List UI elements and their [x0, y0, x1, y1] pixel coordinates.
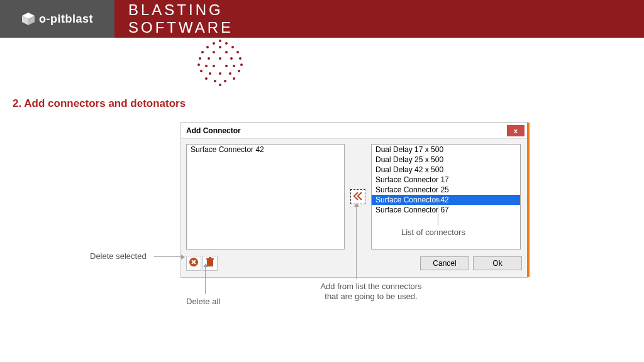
svg-point-4 — [213, 42, 215, 45]
double-chevron-left-icon — [353, 192, 362, 202]
svg-point-16 — [230, 57, 233, 60]
list-item[interactable]: Surface Connector 42 — [187, 145, 344, 155]
annotation-add-from-list-l2: that are going to be used. — [325, 292, 417, 301]
svg-point-9 — [201, 51, 204, 53]
svg-point-25 — [238, 70, 240, 72]
svg-point-12 — [225, 51, 228, 53]
svg-point-5 — [225, 42, 228, 45]
svg-point-24 — [200, 70, 203, 72]
svg-point-17 — [219, 57, 221, 60]
ok-button[interactable]: Ok — [473, 256, 522, 270]
svg-point-15 — [208, 57, 210, 60]
banner-title: BLASTING SOFTWARE — [114, 0, 297, 38]
svg-point-26 — [209, 72, 211, 75]
annotation-add-from-list: Add from list the connectors that are go… — [308, 282, 434, 302]
svg-point-23 — [225, 65, 228, 67]
top-banner: o-pitblast BLASTING SOFTWARE — [0, 0, 644, 38]
arrow-add-from-list — [356, 206, 357, 279]
section-heading: 2. Add connectors and detonators — [13, 97, 644, 110]
list-item[interactable]: Surface Connector 67 — [372, 205, 520, 215]
list-item[interactable]: Dual Delay 17 x 500 — [372, 145, 520, 155]
svg-point-3 — [219, 40, 221, 42]
close-button[interactable]: x — [507, 125, 525, 136]
list-item[interactable]: Surface Connector 17 — [372, 175, 520, 185]
svg-point-27 — [229, 72, 231, 75]
svg-point-18 — [197, 63, 200, 66]
svg-point-19 — [240, 63, 243, 66]
annotation-delete-all: Delete all — [186, 297, 220, 307]
annotation-list-of-connectors: List of connectors — [401, 228, 465, 238]
svg-point-21 — [233, 65, 235, 67]
svg-point-6 — [206, 46, 209, 48]
list-item[interactable]: Dual Delay 25 x 500 — [372, 155, 520, 165]
svg-rect-37 — [209, 257, 211, 258]
annotation-delete-selected: Delete selected — [90, 251, 147, 261]
annotation-add-from-list-l1: Add from list the connectors — [320, 282, 421, 291]
list-item[interactable]: Surface Connector 25 — [372, 185, 520, 195]
arrow-delete-selected — [154, 256, 182, 257]
selected-connectors-listbox[interactable]: Surface Connector 42 — [186, 144, 345, 250]
svg-point-28 — [219, 72, 221, 75]
cancel-button[interactable]: Cancel — [420, 256, 469, 270]
svg-point-33 — [219, 84, 221, 86]
svg-point-13 — [199, 57, 201, 60]
svg-point-7 — [231, 46, 234, 48]
globe-dots-decoration — [176, 35, 264, 97]
list-item[interactable]: Dual Delay 42 x 500 — [372, 165, 520, 175]
svg-rect-36 — [206, 258, 214, 260]
orange-accent — [527, 123, 530, 277]
svg-point-20 — [205, 65, 208, 67]
list-item[interactable]: Surface Connector 42 — [372, 195, 520, 205]
delete-selected-button[interactable] — [186, 256, 201, 271]
svg-point-32 — [224, 80, 226, 82]
circle-x-icon — [189, 257, 199, 270]
brand-logo-box: o-pitblast — [0, 0, 114, 38]
svg-point-31 — [214, 80, 216, 82]
svg-point-22 — [213, 65, 215, 67]
move-left-button[interactable] — [350, 189, 365, 204]
arrow-delete-all — [205, 266, 206, 294]
brand-name: o-pitblast — [39, 13, 93, 26]
arrow-list-of-connectors — [438, 201, 438, 225]
svg-point-10 — [236, 51, 239, 53]
svg-point-11 — [213, 51, 215, 53]
dialog-titlebar: Add Connector x — [181, 123, 527, 139]
add-connector-dialog: Add Connector x Surface Connector 42 Dua… — [180, 122, 528, 278]
dialog-title: Add Connector — [186, 126, 241, 135]
svg-point-14 — [239, 57, 242, 60]
cube-icon — [21, 12, 35, 26]
svg-point-29 — [205, 77, 208, 80]
svg-point-8 — [219, 46, 221, 48]
svg-point-30 — [233, 77, 235, 80]
